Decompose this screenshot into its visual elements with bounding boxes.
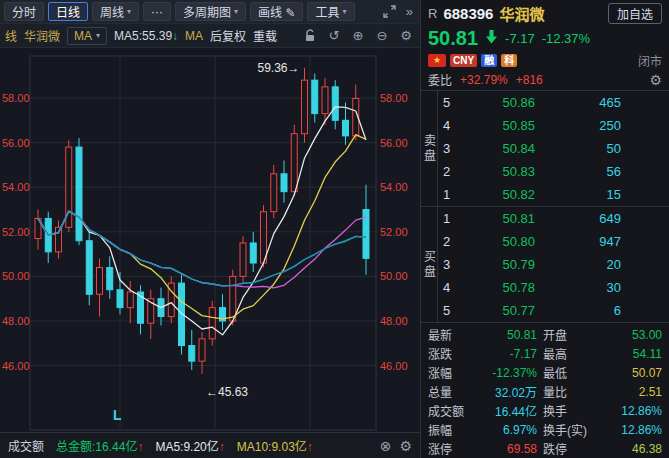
tab-weekly[interactable]: 周线▾ xyxy=(92,2,139,21)
candlestick-chart[interactable]: 58.0058.0056.0056.0054.0054.0052.0052.00… xyxy=(0,48,420,432)
y-axis-label-left: 52.00 xyxy=(2,226,30,238)
badge-CNY: CNY xyxy=(450,54,477,67)
stat-row: 总量32.02万量比2.51 xyxy=(428,382,662,401)
bid-row[interactable]: 350.7920 xyxy=(438,253,669,276)
margin-flag: R xyxy=(428,6,437,21)
candle-body xyxy=(107,267,113,289)
stat-cell: 最低 xyxy=(537,364,601,381)
subchart-settings-icon[interactable]: ⚙ xyxy=(399,438,412,454)
candle-body xyxy=(281,174,287,192)
draw-line-button[interactable]: 画线 ✎ xyxy=(250,2,303,21)
bid-row-price: 50.80 xyxy=(463,234,535,249)
candle-body xyxy=(312,80,318,113)
last-price: 50.81 xyxy=(428,27,478,50)
candle-body xyxy=(230,276,236,321)
price-down-arrow-icon xyxy=(485,30,498,47)
stat-cell: 涨跌 xyxy=(428,345,476,362)
indicator-toolbar: 线 华润微 MA ▾ MA5:55.39↓ MA 后复权 重载 ↺ ⊕ ⊖ ⚙ xyxy=(0,24,420,48)
close-subchart-icon[interactable]: ⊗ xyxy=(380,438,392,454)
stat-cell: 53.00 xyxy=(601,328,662,342)
bid-row[interactable]: 150.81649 xyxy=(438,207,669,230)
stat-row: 涨跌-7.17最高54.11 xyxy=(428,344,662,363)
ask-row[interactable]: 450.85250 xyxy=(438,114,669,137)
stat-cell: 换手 xyxy=(537,402,601,419)
more-periods-button[interactable]: ··· xyxy=(143,2,171,21)
zoom-in-icon[interactable]: ⊕ xyxy=(350,28,367,43)
total-amount-readout: 总金额:16.44亿↑ xyxy=(56,437,143,454)
chart-area: 58.0058.0056.0056.0054.0054.0052.0052.00… xyxy=(0,48,420,432)
tab-daily[interactable]: 日线 xyxy=(48,2,88,21)
ma-indicator-dropdown[interactable]: MA ▾ xyxy=(67,27,107,45)
chevron-down-icon: ▾ xyxy=(343,7,347,16)
y-axis-label-right: 54.00 xyxy=(380,181,408,193)
app-window: 分时日线周线▾···多周期图▾画线 ✎工具▾ » 线 华润微 MA ▾ MA5:… xyxy=(0,0,669,458)
bid-row[interactable]: 450.7830 xyxy=(438,276,669,299)
bid-book-label: 买盘 xyxy=(421,207,438,322)
bid-row-price: 50.77 xyxy=(463,303,535,318)
y-axis-label-left: 54.00 xyxy=(2,181,30,193)
bid-row[interactable]: 550.776 xyxy=(438,299,669,322)
quote-panel: R 688396 华润微 加自选 50.81 -7.17 -12.37% ★ C… xyxy=(420,0,669,458)
tools-button[interactable]: 工具▾ xyxy=(307,2,354,21)
tab-minute[interactable]: 分时 xyxy=(4,2,44,21)
stat-cell: 涨幅 xyxy=(428,364,476,381)
ma5-readout: MA5:55.39↓ xyxy=(114,29,178,43)
bid-row-volume: 649 xyxy=(535,211,621,226)
candle-body xyxy=(363,210,369,259)
ask-row[interactable]: 350.8450 xyxy=(438,137,669,160)
ma5-up-arrow-icon: ↑ xyxy=(219,440,225,454)
price-row: 50.81 -7.17 -12.37% xyxy=(421,26,669,51)
ma10-up-arrow-icon: ↑ xyxy=(307,440,313,454)
stock-name-tab[interactable]: 华润微 xyxy=(24,27,60,44)
subchart-pane-tab[interactable]: 成交额 xyxy=(8,437,44,454)
ma-tag[interactable]: MA xyxy=(185,29,203,43)
ask-row-price: 50.82 xyxy=(463,187,535,202)
candle-body xyxy=(189,346,195,362)
reload-button[interactable]: 重载 xyxy=(253,27,277,44)
tab-line-partial[interactable]: 线 xyxy=(5,27,17,44)
market-status: 闭市 xyxy=(638,52,662,69)
amount-ma10-readout: MA10:9.03亿↑ xyxy=(237,437,313,454)
stat-cell: 32.02万 xyxy=(476,383,537,400)
low-price-annotation: ←45.63 xyxy=(206,385,248,399)
fullscreen-icon[interactable] xyxy=(380,5,399,18)
chart-settings-icon[interactable]: ⚙ xyxy=(397,28,415,43)
stat-row: 成交额16.44亿换手12.86% xyxy=(428,401,662,420)
ask-row-price: 50.86 xyxy=(463,95,535,110)
price-change-pct: -12.37% xyxy=(542,31,590,46)
toolbar-overflow-icon[interactable]: » xyxy=(403,4,416,19)
quote-settings-icon[interactable]: ⚙ xyxy=(649,72,662,88)
candle-body xyxy=(343,120,349,136)
stat-cell: 总量 xyxy=(428,383,476,400)
zoom-out-icon[interactable]: ⊖ xyxy=(373,28,390,43)
lock-open-icon[interactable] xyxy=(301,29,319,42)
amount-up-arrow-icon: ↑ xyxy=(137,440,143,454)
ask-row-volume: 56 xyxy=(535,164,621,179)
ask-row-volume: 15 xyxy=(535,187,621,202)
ask-row[interactable]: 550.86465 xyxy=(438,91,669,114)
bid-row-volume: 30 xyxy=(535,280,621,295)
stat-row: 涨停69.58跌停46.38 xyxy=(428,439,662,458)
candle-body xyxy=(302,80,308,134)
stat-row: 涨幅-12.37%最低50.07 xyxy=(428,363,662,382)
signal-marker-L: L xyxy=(113,407,122,423)
weibi-row: 委比 +32.79% +816 ⚙ xyxy=(421,69,669,91)
adjust-mode-button[interactable]: 后复权 xyxy=(210,27,246,44)
ask-row-level: 5 xyxy=(443,95,463,110)
y-axis-label-left: 46.00 xyxy=(2,360,30,372)
stat-cell: 跌停 xyxy=(537,440,601,457)
ask-row[interactable]: 250.8356 xyxy=(438,160,669,183)
candle-body xyxy=(250,243,256,263)
stat-row: 最新50.81开盘53.00 xyxy=(428,325,662,344)
add-watchlist-button[interactable]: 加自选 xyxy=(608,3,662,24)
bid-row[interactable]: 250.80947 xyxy=(438,230,669,253)
amount-ma5-readout: MA5:9.20亿↑ xyxy=(155,437,224,454)
bid-book: 买盘 150.81649250.80947350.7920450.7830550… xyxy=(421,207,669,323)
more-periods-button-label: ··· xyxy=(151,5,163,19)
candle-body xyxy=(291,134,297,192)
undo-icon[interactable]: ↺ xyxy=(326,28,343,43)
candle-body xyxy=(127,292,133,308)
tab-multi-period[interactable]: 多周期图▾ xyxy=(175,2,246,21)
ask-row[interactable]: 150.8215 xyxy=(438,183,669,206)
candle-body xyxy=(209,308,215,339)
